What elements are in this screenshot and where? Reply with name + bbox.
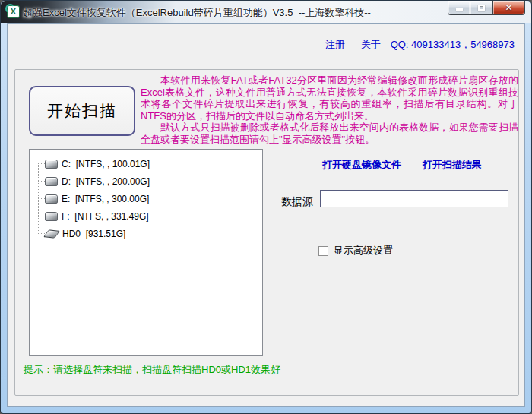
tree-item-c[interactable]: C: [NTFS, , 100.01G] xyxy=(30,155,262,172)
maximize-icon xyxy=(478,5,485,11)
open-disk-image-link[interactable]: 打开硬盘镜像文件 xyxy=(322,159,401,170)
tree-item-hd0[interactable]: HD0 [931.51G] xyxy=(30,225,262,242)
start-scan-button[interactable]: 开始扫描 xyxy=(29,86,135,136)
open-scan-result-link[interactable]: 打开扫描结果 xyxy=(423,159,482,170)
minimize-button[interactable] xyxy=(448,1,470,15)
drive-icon xyxy=(45,160,58,169)
advanced-settings-row[interactable]: 显示高级设置 xyxy=(318,244,393,258)
tree-item-label: C: [NTFS, , 100.01G] xyxy=(62,159,150,169)
about-link[interactable]: 关于 xyxy=(361,38,381,52)
hint-text: 提示：请选择盘符来扫描，扫描盘符扫描HD0或HD1效果好 xyxy=(24,363,280,377)
harddisk-icon xyxy=(43,229,60,239)
title-bar: X 超强Excel文件恢复软件（ExcelRebuild带碎片重组功能）V3.5… xyxy=(1,1,531,23)
tree-item-e[interactable]: E: [NTFS, , 300.00G] xyxy=(30,190,262,207)
datasource-label: 数据源 xyxy=(281,195,313,209)
software-description: 本软件用来恢复FAT或者FAT32分区里面因为经常编辑修改而形成碎片扇区存放的E… xyxy=(141,74,518,145)
drive-icon xyxy=(45,212,58,221)
advanced-settings-checkbox[interactable] xyxy=(318,246,328,256)
close-icon: ✕ xyxy=(505,3,512,12)
window-controls: ✕ xyxy=(448,1,525,15)
drive-icon xyxy=(45,194,58,204)
tree-item-label: D: [NTFS, , 200.00G] xyxy=(62,176,150,187)
action-links: 打开硬盘镜像文件 打开扫描结果 xyxy=(322,158,482,172)
advanced-settings-label: 显示高级设置 xyxy=(334,244,393,258)
datasource-input[interactable] xyxy=(320,190,508,207)
close-button[interactable]: ✕ xyxy=(492,1,525,15)
register-link[interactable]: 注册 xyxy=(325,38,345,52)
maximize-button[interactable] xyxy=(470,1,492,15)
tree-item-label: E: [NTFS, , 300.00G] xyxy=(62,194,149,204)
window-title: 超强Excel文件恢复软件（ExcelRebuild带碎片重组功能）V3.5 -… xyxy=(23,6,371,20)
tree-item-f[interactable]: F: [NTFS, , 331.49G] xyxy=(30,207,262,225)
tree-item-label: F: [NTFS, , 331.49G] xyxy=(62,211,149,222)
app-icon: X xyxy=(7,5,20,18)
description-paragraph-2: 默认方式只扫描被删除或者格式化后释放出来空间内的表格数据，如果您需要扫描全盘或者… xyxy=(141,122,518,145)
drive-icon xyxy=(45,177,58,186)
tree-item-label: HD0 [931.51G] xyxy=(62,229,125,239)
drive-tree-list[interactable]: C: [NTFS, , 100.01G]D: [NTFS, , 200.00G]… xyxy=(29,149,263,356)
minimize-icon xyxy=(456,8,463,11)
qq-contact-text: QQ: 409133413，54968973 xyxy=(391,38,515,52)
description-paragraph-1: 本软件用来恢复FAT或者FAT32分区里面因为经常编辑修改而形成碎片扇区存放的E… xyxy=(141,74,518,122)
header-links: 注册 关于 QQ: 409133413，54968973 xyxy=(325,38,515,52)
app-window: X 超强Excel文件恢复软件（ExcelRebuild带碎片重组功能）V3.5… xyxy=(0,0,532,414)
tree-item-d[interactable]: D: [NTFS, , 200.00G] xyxy=(30,172,262,190)
